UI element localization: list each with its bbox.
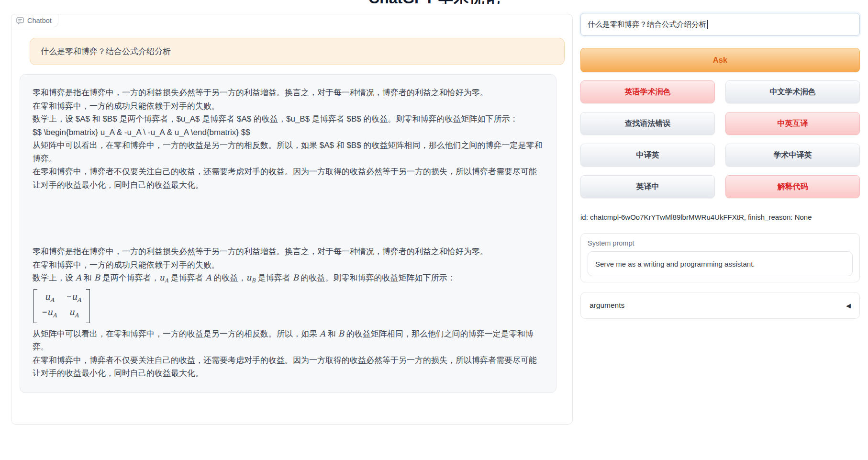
matrix-cell: −uA xyxy=(67,291,81,306)
matrix-cell: uA xyxy=(42,291,57,306)
bot-rendered-p6: 在零和博弈中，博弈者不仅要关注自己的收益，还需要考虑对手的收益。因为一方取得的收… xyxy=(33,354,544,380)
bot-rendered-p2: 在零和博弈中，一方的成功只能依赖于对手的失败。 xyxy=(33,258,544,272)
inline-math: uB xyxy=(246,273,255,282)
bot-raw-line: 数学上，设 $A$ 和 $B$ 是两个博弈者，$u_A$ 是博弈者 $A$ 的收… xyxy=(33,112,544,126)
clipped-page-title: ChatGPT 学术优化 xyxy=(287,0,581,4)
system-prompt-box: System prompt Serve me as a writing and … xyxy=(580,233,860,282)
inline-math: −uA xyxy=(42,307,57,317)
chatbot-panel: Chatbot 什么是零和博弈？结合公式介绍分析 零和博弈是指在博弈中，一方的利… xyxy=(11,14,573,425)
fn-button-find-grammar-errors[interactable]: 查找语法错误 xyxy=(580,112,715,135)
question-input-value: 什么是零和博弈？结合公式介绍分析 xyxy=(588,20,706,30)
system-prompt-input[interactable]: Serve me as a writing and programming as… xyxy=(588,251,853,276)
user-message-text: 什么是零和博弈？结合公式介绍分析 xyxy=(41,47,171,56)
fn-button-zh-academic-polish[interactable]: 中文学术润色 xyxy=(725,80,860,103)
bot-rendered-p5: 从矩阵中可以看出，在零和博弈中，一方的收益是另一方的相反数。所以，如果 A 和 … xyxy=(33,327,544,354)
fn-button-zh-to-en[interactable]: 中译英 xyxy=(580,144,715,167)
matrix-cell: uA xyxy=(67,306,81,322)
fn-button-academic-zh-to-en[interactable]: 学术中译英 xyxy=(725,144,860,167)
bot-raw-line: 在零和博弈中，博弈者不仅要关注自己的收益，还需要考虑对手的收益。因为一方取得的收… xyxy=(33,165,544,191)
function-button-grid: 英语学术润色中文学术润色查找语法错误中英互译中译英学术中译英英译中解释代码 xyxy=(580,80,860,198)
fn-button-en-to-zh[interactable]: 英译中 xyxy=(580,175,715,198)
inline-math: B xyxy=(94,273,100,282)
fn-button-en-academic-polish[interactable]: 英语学术润色 xyxy=(580,80,715,103)
bot-raw-block: 零和博弈是指在博弈中，一方的利益损失必然等于另一方的利益增益。换言之，对于每一种… xyxy=(33,86,544,191)
ask-button[interactable]: Ask xyxy=(580,48,860,72)
bot-rendered-p3: 数学上，设 A 和 B 是两个博弈者，uA 是博弈者 A 的收益，uB 是博弈者… xyxy=(33,271,544,288)
inline-math: A xyxy=(76,273,81,282)
arguments-label: arguments xyxy=(590,301,624,310)
accordion-collapse-icon: ◀ xyxy=(846,302,851,309)
bot-raw-line: 从矩阵中可以看出，在零和博弈中，一方的收益是另一方的相反数。所以，如果 $A$ … xyxy=(33,139,544,165)
chatbot-label-text: Chatbot xyxy=(27,17,52,24)
bot-rendered-block: 零和博弈是指在博弈中，一方的利益损失必然等于另一方的利益增益。换言之，对于每一种… xyxy=(33,245,544,380)
fn-button-explain-code[interactable]: 解释代码 xyxy=(725,175,860,198)
control-column: 什么是零和博弈？结合公式介绍分析 Ask 英语学术润色中文学术润色查找语法错误中… xyxy=(580,13,860,319)
inline-math: A xyxy=(320,329,325,338)
inline-math: −uA xyxy=(67,292,81,302)
text-cursor xyxy=(707,20,708,29)
payoff-matrix: uA−uA−uAuA xyxy=(33,288,544,327)
bot-raw-line: 零和博弈是指在博弈中，一方的利益损失必然等于另一方的利益增益。换言之，对于每一种… xyxy=(33,86,544,100)
bot-message-bubble: 零和博弈是指在博弈中，一方的利益损失必然等于另一方的利益增益。换言之，对于每一种… xyxy=(20,74,556,393)
bot-raw-line: $$ \begin{bmatrix} u_A & -u_A \ -u_A & u… xyxy=(33,126,544,139)
inline-math: B xyxy=(338,329,344,338)
system-prompt-label: System prompt xyxy=(588,239,853,247)
inline-math: uA xyxy=(45,292,54,302)
matrix-cell: −uA xyxy=(42,306,57,322)
chat-bubble-icon xyxy=(16,17,24,24)
inline-math: B xyxy=(292,273,299,282)
system-prompt-value: Serve me as a writing and programming as… xyxy=(595,260,755,268)
inline-math: uA xyxy=(69,307,78,317)
status-line: id: chatcmpl-6wOo7KrYTwMl89lbrMWRu4UkFFX… xyxy=(580,213,860,221)
fn-button-zh-en-mutual-translate[interactable]: 中英互译 xyxy=(725,112,860,135)
chatbot-label: Chatbot xyxy=(11,14,58,27)
bot-rendered-p1: 零和博弈是指在博弈中，一方的利益损失必然等于另一方的利益增益。换言之，对于每一种… xyxy=(33,245,544,258)
inline-math: uA xyxy=(159,273,168,282)
inline-math: A xyxy=(205,273,211,282)
user-message-bubble: 什么是零和博弈？结合公式介绍分析 xyxy=(30,38,565,65)
arguments-accordion-header[interactable]: arguments ◀ xyxy=(580,292,860,319)
bot-raw-line: 在零和博弈中，一方的成功只能依赖于对手的失败。 xyxy=(33,100,544,113)
chat-messages-scroll[interactable]: 什么是零和博弈？结合公式介绍分析 零和博弈是指在博弈中，一方的利益损失必然等于另… xyxy=(11,14,572,424)
question-input[interactable]: 什么是零和博弈？结合公式介绍分析 xyxy=(580,13,860,36)
